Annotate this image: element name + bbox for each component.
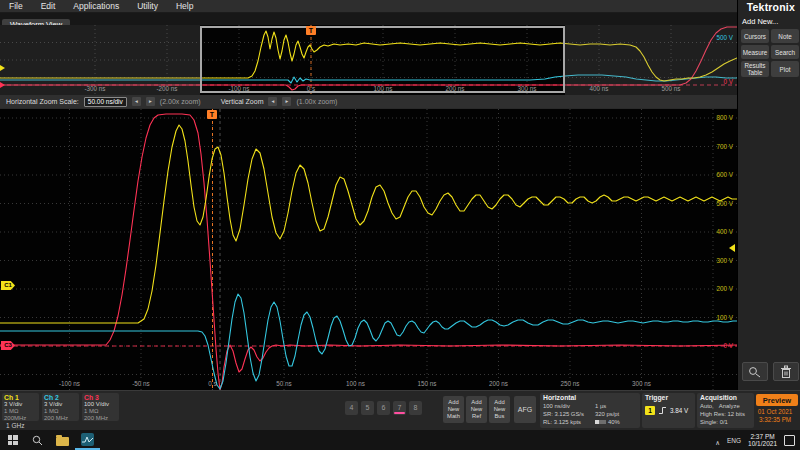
acquisition-analyze: Analyze: [719, 402, 740, 410]
x-axis-tick: 250 ns: [561, 380, 580, 387]
panel-button-cursors[interactable]: Cursors: [741, 29, 769, 43]
notification-center-icon[interactable]: [784, 435, 795, 446]
v-zoom-decrease-button[interactable]: [268, 97, 277, 106]
channel-button-6[interactable]: 6: [377, 401, 390, 415]
x-axis-tick: 100 ns: [374, 85, 393, 92]
x-axis-tick: 150 ns: [418, 380, 437, 387]
ch3-marker-overview[interactable]: [0, 82, 5, 88]
ch1-waveform: [0, 125, 737, 323]
v-axis-label: 800 V: [717, 114, 733, 121]
x-axis-tick: -300 ns: [84, 85, 105, 92]
main-trigger-flag[interactable]: T: [207, 110, 217, 119]
start-button[interactable]: [0, 430, 25, 450]
taskbar-search-button[interactable]: [25, 430, 50, 450]
horizontal-settings-card[interactable]: Horizontal 100 ns/div1 µs SR: 3.125 GS/s…: [540, 393, 640, 428]
menu-applications[interactable]: Applications: [64, 0, 128, 13]
x-axis-tick: 500 ns: [662, 85, 681, 92]
record-length: RL: 3.125 kpts: [543, 418, 595, 426]
h-zoom-label: Horizontal Zoom Scale:: [6, 98, 79, 105]
channel-button-7[interactable]: 7: [393, 401, 406, 415]
overview-trigger-flag[interactable]: T: [306, 26, 316, 35]
horizontal-position: 40%: [608, 418, 620, 426]
channel-button-4[interactable]: 4: [345, 401, 358, 415]
acquisition-single: Single: 0/1: [700, 418, 728, 426]
magnifier-icon: [748, 366, 762, 378]
tray-expand-icon[interactable]: [715, 431, 720, 449]
delete-button[interactable]: [773, 362, 799, 381]
taskbar-file-explorer-button[interactable]: [50, 430, 75, 450]
v-zoom-increase-button[interactable]: [282, 97, 291, 106]
add-new-bus-button[interactable]: AddNewBus: [489, 396, 510, 423]
h-zoom-value[interactable]: 50.00 ns/div: [84, 97, 127, 107]
v-axis-label: 600 V: [717, 171, 733, 178]
preview-badge[interactable]: Preview: [756, 394, 798, 406]
panel-button-note[interactable]: Note: [771, 29, 799, 43]
taskbar-time: 2:37 PM: [748, 433, 777, 441]
trigger-settings-card[interactable]: Trigger 1 3.84 V: [642, 393, 695, 428]
channel-badge-ch-2[interactable]: Ch 23 V/div1 MΩ200 MHz: [42, 393, 79, 421]
add-new-math-button[interactable]: AddNewMath: [443, 396, 464, 423]
zoom-scale-bar: Horizontal Zoom Scale: 50.00 ns/div (2.0…: [0, 95, 737, 108]
ch1-level-marker[interactable]: [729, 244, 735, 252]
panel-button-plot[interactable]: Plot: [771, 61, 799, 77]
add-new-label: Add New...: [742, 17, 800, 26]
main-plot: [0, 109, 737, 391]
channel-badge-ch-1[interactable]: Ch 13 V/div1 MΩ200MHz: [2, 393, 39, 421]
menu-utility[interactable]: Utility: [128, 0, 167, 13]
acquisition-timestamp: 01 Oct 2021 3:32:35 PM: [752, 408, 798, 423]
channel-badge-ch-3[interactable]: Ch 3100 V/div1 MΩ200 MHz: [82, 393, 119, 421]
menu-help[interactable]: Help: [167, 0, 202, 13]
add-new-ref-button[interactable]: AddNewRef: [466, 396, 487, 423]
v-axis-label: 500 V: [717, 200, 733, 207]
ch1-marker-overview[interactable]: [0, 65, 5, 71]
horizontal-duration: 1 µs: [595, 402, 606, 410]
v-axis-label: 300 V: [717, 257, 733, 264]
folder-icon: [56, 437, 69, 446]
channel-button-5[interactable]: 5: [361, 401, 374, 415]
scope-app-icon: [81, 433, 94, 446]
h-zoom-factor: (2.00x zoom): [160, 98, 201, 105]
x-axis-tick: -200 ns: [156, 85, 177, 92]
zoom-selection-box[interactable]: [200, 26, 565, 93]
main-graticule[interactable]: T C1 C3 -100 ns-50 ns0 s50 ns100 ns150 n…: [0, 108, 737, 390]
panel-button-search[interactable]: Search: [771, 45, 799, 59]
x-axis-tick: -50 ns: [132, 380, 150, 387]
tab-bar: Waveform View: [0, 13, 737, 25]
channel-button-8[interactable]: 8: [409, 401, 422, 415]
x-axis-tick: -100 ns: [228, 85, 249, 92]
language-indicator[interactable]: ENG: [727, 437, 741, 444]
overview-right-label-top: 500 V: [717, 34, 733, 41]
panel-button-results-table[interactable]: Results Table: [741, 61, 769, 77]
h-zoom-increase-button[interactable]: [146, 97, 155, 106]
x-axis-tick: 200 ns: [489, 380, 508, 387]
menu-edit[interactable]: Edit: [32, 0, 65, 13]
afg-button[interactable]: AFG: [514, 396, 536, 423]
bottom-settings-bar: 1 GHz AFG Horizontal 100 ns/div1 µs SR: …: [0, 390, 800, 430]
v-axis-label: 400 V: [717, 228, 733, 235]
x-axis-tick: 0 s: [208, 380, 216, 387]
trash-icon: [780, 365, 792, 379]
rising-edge-icon: [658, 406, 667, 415]
system-tray: ENG 2:37 PM 10/1/2021: [715, 431, 800, 449]
panel-button-measure[interactable]: Measure: [741, 45, 769, 59]
x-axis-tick: 400 ns: [590, 85, 609, 92]
menu-file[interactable]: File: [0, 0, 32, 13]
acquisition-date: 01 Oct 2021: [752, 408, 798, 416]
trigger-source-chip: 1: [645, 406, 655, 415]
tekscope-app: FileEditApplicationsUtilityHelp Waveform…: [0, 0, 800, 450]
horizontal-position-gauge: [595, 420, 606, 424]
taskbar-clock[interactable]: 2:37 PM 10/1/2021: [748, 433, 777, 448]
ch3-waveform: [0, 114, 737, 390]
v-axis-label: 700 V: [717, 143, 733, 150]
overview-graticule[interactable]: T 500 V 0 V -300 ns-200 ns-100 ns0 s100 …: [0, 25, 737, 95]
taskbar-app-button[interactable]: [75, 430, 100, 450]
h-zoom-decrease-button[interactable]: [132, 97, 141, 106]
x-axis-tick: 300 ns: [632, 380, 651, 387]
trigger-title: Trigger: [645, 394, 692, 402]
side-panel: Tektronix Add New... CursorsNoteMeasureS…: [737, 0, 800, 390]
windows-taskbar: ENG 2:37 PM 10/1/2021: [0, 430, 800, 450]
taskbar-date: 10/1/2021: [748, 440, 777, 448]
acquisition-resolution: High Res: 12 bits: [700, 410, 745, 418]
zoom-overview-button[interactable]: [742, 362, 768, 381]
acquisition-settings-card[interactable]: Acquisition Auto,Analyze High Res: 12 bi…: [697, 393, 754, 428]
